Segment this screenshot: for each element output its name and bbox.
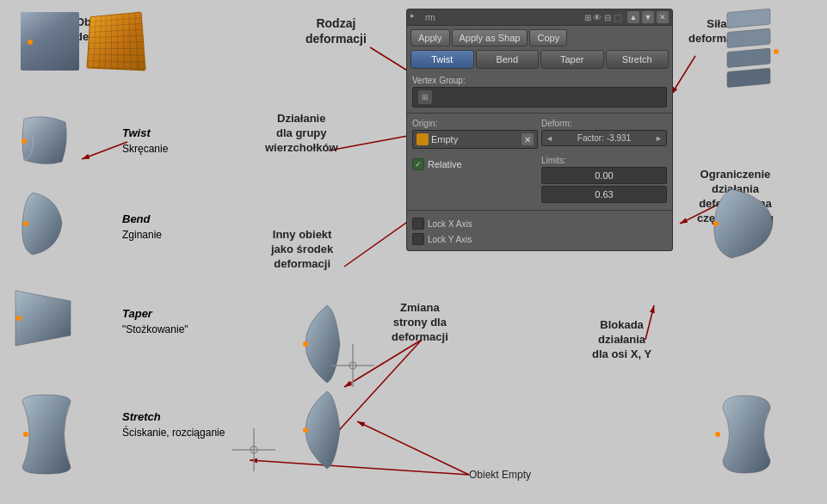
panel-titlebar: ▸ rm ⊞ 👁 ⊟ ⬚ ▲ ▼ ✕ — [407, 9, 672, 26]
taper-annotation: Taper "Stożkowanie" — [122, 305, 188, 336]
deform-right-arrow[interactable]: ► — [655, 134, 663, 143]
vertex-group-label: Vertex Group: — [412, 76, 667, 85]
dot1 — [28, 40, 33, 45]
deform-left-arrow[interactable]: ◄ — [546, 134, 553, 143]
svg-point-14 — [22, 138, 27, 144]
twist-obj — [15, 112, 74, 170]
svg-rect-18 — [727, 9, 770, 28]
deform-field[interactable]: ◄ Factor: -3.931 ► — [541, 130, 667, 146]
inny-obiekt-label: Inny obiektjako środekdeformacji — [271, 228, 333, 272]
svg-point-28 — [303, 427, 308, 433]
relative-limits-row: ✓ Relative Limits: — [412, 156, 667, 205]
plain-cube — [21, 12, 79, 71]
tab-bend[interactable]: Bend — [476, 50, 540, 69]
svg-point-16 — [16, 316, 22, 321]
limits-min-input[interactable] — [541, 167, 667, 184]
svg-point-24 — [303, 341, 308, 347]
two-col-headers: Origin: Empty ✕ Deform: ◄ Factor: -3.931… — [412, 119, 667, 149]
separator2 — [407, 210, 672, 211]
limits-col: Limits: — [541, 156, 667, 205]
bend-label: Bend — [122, 212, 151, 225]
origin-col-label: Origin: — [412, 119, 538, 128]
twist-annotation: Twist Skręcanie — [122, 125, 168, 156]
tab-taper[interactable]: Taper — [540, 50, 604, 69]
lock-x-label: Lock X Axis — [428, 219, 472, 229]
origin-icon — [417, 133, 429, 145]
lock-x-row: Lock X Axis — [412, 216, 667, 231]
tab-twist[interactable]: Twist — [410, 50, 474, 69]
panel-up-btn[interactable]: ▲ — [627, 11, 639, 23]
deform-factor-label: Factor: -3.931 — [555, 133, 653, 143]
obiekt-empty-label: Obiekt Empty — [469, 469, 531, 482]
right-bend-obj — [706, 185, 783, 262]
lock-y-checkbox[interactable] — [412, 233, 424, 245]
vertex-group-input[interactable]: ⊞ — [412, 87, 667, 108]
copy-button[interactable]: Copy — [529, 29, 567, 46]
limits-label: Limits: — [541, 156, 667, 165]
panel-btn-row: Apply Apply as Shap Copy — [407, 26, 672, 50]
panel-close-btn[interactable]: ✕ — [657, 11, 669, 23]
svg-rect-20 — [727, 48, 770, 67]
svg-point-22 — [774, 49, 779, 54]
right-top-obj — [723, 9, 792, 95]
vertex-group-section: Vertex Group: ⊞ — [407, 72, 672, 111]
apply-as-shape-button[interactable]: Apply as Shap — [452, 29, 528, 46]
modifier-panel: ▸ rm ⊞ 👁 ⊟ ⬚ ▲ ▼ ✕ Apply Apply as Shap C… — [406, 9, 673, 251]
svg-point-32 — [715, 432, 720, 437]
relative-label: Relative — [428, 159, 462, 169]
panel-title-rm: rm — [425, 13, 435, 22]
stretch-label: Stretch — [122, 410, 161, 423]
origin-deform-section: Origin: Empty ✕ Deform: ◄ Factor: -3.931… — [407, 115, 672, 152]
lock-section: Lock X Axis Lock Y Axis — [407, 212, 672, 250]
stretch-obj — [15, 391, 74, 477]
panel-down-btn[interactable]: ▼ — [642, 11, 654, 23]
separator1 — [407, 113, 672, 114]
limits-max-input[interactable] — [541, 186, 667, 203]
deform-col-label: Deform: — [541, 119, 667, 128]
blokada-label: Blokadadziałaniadla osi X, Y — [592, 318, 651, 362]
lock-y-label: Lock Y Axis — [428, 235, 472, 244]
twist-label: Twist — [122, 126, 151, 139]
svg-line-5 — [82, 142, 127, 159]
bend-sub: Zginanie — [122, 229, 162, 241]
svg-rect-21 — [727, 68, 770, 87]
deform-tabs: Twist Bend Taper Stretch — [407, 50, 672, 72]
origin-clear-button[interactable]: ✕ — [522, 133, 534, 145]
cube-orange — [86, 12, 145, 71]
crosshair2 — [232, 428, 275, 475]
apply-button[interactable]: Apply — [410, 29, 450, 46]
relative-limits-section: ✓ Relative Limits: — [407, 152, 672, 208]
taper-sub: "Stożkowanie" — [122, 323, 188, 335]
stretch-sub: Ściskanie, rozciąganie — [122, 427, 225, 439]
svg-line-7 — [671, 56, 695, 95]
dzialanie-grupy-label: Działaniedla grupywierzchołków — [265, 112, 338, 156]
taper-obj — [9, 284, 77, 353]
panel-icon: ▸ — [410, 11, 423, 23]
relative-row: ✓ Relative — [412, 156, 538, 173]
taper-label: Taper — [122, 307, 152, 320]
tab-stretch[interactable]: Stretch — [606, 50, 670, 69]
right-stretch-obj — [706, 391, 783, 477]
zmiana-strony-label: Zmianastrony dladeformacji — [392, 301, 448, 345]
relative-checkbox[interactable]: ✓ — [412, 158, 424, 170]
vertex-group-icon: ⊞ — [418, 90, 432, 104]
svg-point-23 — [713, 221, 719, 226]
stretch-annotation: Stretch Ściskanie, rozciąganie — [122, 409, 225, 439]
lock-y-row: Lock Y Axis — [412, 231, 667, 247]
svg-rect-19 — [727, 28, 770, 47]
center-bend-obj2 — [293, 387, 361, 473]
twist-sub: Skręcanie — [122, 143, 168, 155]
svg-line-12 — [357, 421, 469, 475]
svg-point-17 — [23, 432, 28, 437]
bend-obj — [15, 189, 74, 258]
origin-value: Empty — [431, 134, 458, 144]
svg-point-15 — [23, 221, 28, 226]
rodzaj-deformacji-label: Rodzajdeformacji — [305, 15, 367, 46]
origin-field[interactable]: Empty ✕ — [412, 130, 538, 149]
bend-annotation: Bend Zginanie — [122, 211, 162, 242]
crosshair1 — [331, 344, 374, 390]
panel-icons-row: ⊞ 👁 ⊟ ⬚ — [584, 13, 621, 22]
lock-x-checkbox[interactable] — [412, 218, 424, 230]
